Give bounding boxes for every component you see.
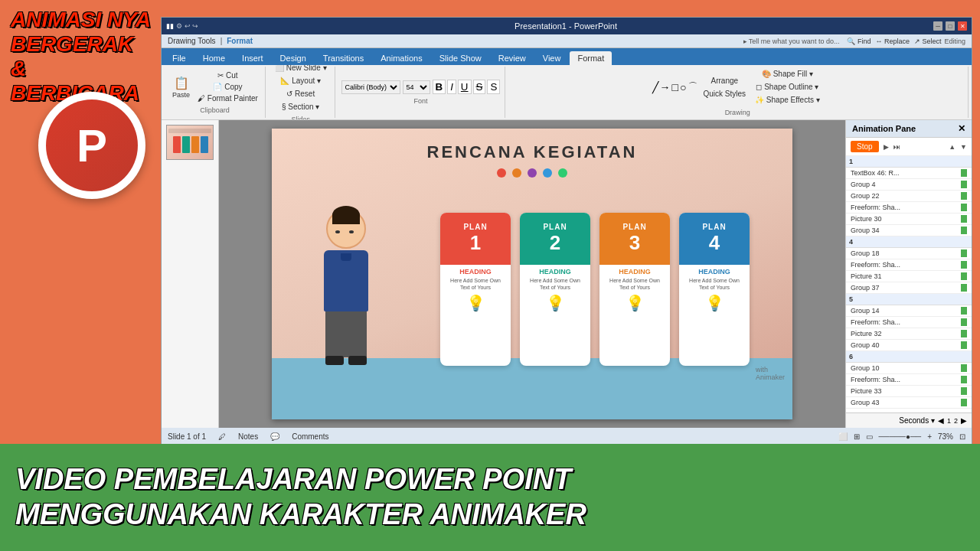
shadow-button[interactable]: S <box>487 80 500 94</box>
new-slide-button[interactable]: ⬜ New Slide ▾ <box>272 65 330 73</box>
anim-time-display: 1 <box>947 417 951 425</box>
italic-button[interactable]: I <box>447 80 456 94</box>
slide-thumbnail[interactable] <box>166 125 214 160</box>
plan-1-bulb: 💡 <box>445 294 506 312</box>
plan-4-label: PLAN <box>702 223 726 231</box>
anim-down-icon[interactable]: ▼ <box>960 143 967 151</box>
tab-animations[interactable]: Animations <box>373 51 430 65</box>
arrow-tool[interactable]: → <box>660 81 671 93</box>
anim-item-picture33[interactable]: Picture 33 <box>846 386 972 397</box>
cut-button[interactable]: ✂ Cut <box>195 70 260 80</box>
anim-item-group37[interactable]: Group 37 <box>846 282 972 294</box>
strikethrough-button[interactable]: S <box>473 80 486 94</box>
anim-item-group22[interactable]: Group 22 <box>846 191 972 202</box>
view-normal-icon[interactable]: ⬜ <box>838 432 848 441</box>
tab-transitions[interactable]: Transitions <box>315 51 371 65</box>
zoom-slider[interactable]: ─────●── <box>879 432 922 441</box>
rect-tool[interactable]: □ <box>672 81 678 93</box>
animation-pane-toolbar: Stop ▶ ⏭ ▲ ▼ <box>846 138 972 156</box>
anim-item-freeform-sha1[interactable]: Freeform: Sha... <box>846 202 972 214</box>
plan-3-label: PLAN <box>622 223 646 231</box>
close-button[interactable]: ✕ <box>958 21 967 31</box>
plan-3-body: HEADING Here Add Some Own Text of Yours … <box>599 265 670 366</box>
font-family-select[interactable]: Calibri (Body) <box>341 80 400 94</box>
anim-item-group40[interactable]: Group 40 <box>846 340 972 351</box>
animation-pane-footer: Seconds ▾ ◀ 1 2 ▶ <box>846 412 972 428</box>
tab-design[interactable]: Design <box>273 51 314 65</box>
shape-outline-button[interactable]: ◻ Shape Outline ▾ <box>752 81 823 93</box>
plan-2-header: PLAN 2 <box>520 213 590 265</box>
minimize-button[interactable]: ─ <box>933 21 942 31</box>
tab-home[interactable]: Home <box>195 51 233 65</box>
anim-prev-btn[interactable]: ◀ <box>938 416 944 425</box>
anim-item-picture32[interactable]: Picture 32 <box>846 328 972 340</box>
anim-item-freeform-sha3[interactable]: Freeform: Sha... <box>846 317 972 328</box>
underline-button[interactable]: U <box>458 80 472 94</box>
anim-item-textbox46[interactable]: TextBox 46: R... <box>846 168 972 179</box>
window-controls[interactable]: ─ □ ✕ <box>933 21 967 31</box>
plan-2-text: Here Add Some Own Text of Yours <box>524 277 586 291</box>
anim-next-icon[interactable]: ⏭ <box>893 143 900 151</box>
plan-2-label: PLAN <box>543 223 567 231</box>
drawing-label: Drawing <box>725 109 750 116</box>
ribbon-tabs[interactable]: File Home Insert Design Transitions Anim… <box>162 48 972 65</box>
stop-button[interactable]: Stop <box>851 141 879 152</box>
anim-item-group43[interactable]: Group 43 <box>846 397 972 409</box>
oval-tool[interactable]: ○ <box>680 81 686 93</box>
tab-format[interactable]: Format <box>570 51 612 65</box>
copy-button[interactable]: 📄 Copy <box>195 82 260 92</box>
reset-button[interactable]: ↺ Reset <box>272 88 330 99</box>
zoom-in-button[interactable]: + <box>927 432 932 441</box>
tab-file[interactable]: File <box>165 51 194 65</box>
tab-view[interactable]: View <box>535 51 569 65</box>
anim-item-freeform-sha4[interactable]: Freeform: Sha... <box>846 374 972 386</box>
shape-fill-button[interactable]: 🎨 Shape Fill ▾ <box>752 68 823 80</box>
bold-button[interactable]: B <box>433 80 446 94</box>
anim-item-group18[interactable]: Group 18 <box>846 248 972 259</box>
anim-group-1-header: 1 <box>846 156 972 168</box>
close-anim-pane-button[interactable]: ✕ <box>958 123 965 134</box>
font-size-select[interactable]: 54 <box>403 80 430 94</box>
tab-slideshow[interactable]: Slide Show <box>432 51 489 65</box>
anim-next-btn[interactable]: ▶ <box>961 416 967 425</box>
shape-effects-button[interactable]: ✨ Shape Effects ▾ <box>752 94 823 106</box>
arrange-button[interactable]: Arrange <box>701 75 750 86</box>
clipboard-label: Clipboard <box>200 106 230 114</box>
curve-tool[interactable]: ⌒ <box>688 80 697 93</box>
anim-item-group14[interactable]: Group 14 <box>846 305 972 317</box>
main-area: 1 <box>162 120 972 428</box>
animation-items: 1 TextBox 46: R... Group 4 Group 22 <box>846 156 972 412</box>
maximize-button[interactable]: □ <box>946 21 955 31</box>
ppt-logo: P <box>38 92 145 199</box>
anim-item-group10[interactable]: Group 10 <box>846 363 972 374</box>
paste-button[interactable]: 📋 Paste <box>169 74 193 100</box>
view-presenter-icon[interactable]: ▭ <box>866 432 873 441</box>
anim-item-group34[interactable]: Group 34 <box>846 225 972 236</box>
tab-insert[interactable]: Insert <box>234 51 271 65</box>
fit-window-button[interactable]: ⊡ <box>959 432 965 441</box>
anim-item-group4[interactable]: Group 4 <box>846 179 972 191</box>
plan-card-2: PLAN 2 HEADING Here Add Some Own Text of… <box>520 213 590 366</box>
anim-play-icon[interactable]: ▶ <box>884 143 889 151</box>
anim-item-picture31[interactable]: Picture 31 <box>846 271 972 282</box>
ribbon: 📋 Paste ✂ Cut 📄 Copy 🖌 Format Painter Cl… <box>162 65 972 120</box>
section-button[interactable]: § Section ▾ <box>272 101 330 112</box>
layout-button[interactable]: 📐 Layout ▾ <box>272 75 330 86</box>
anim-group-4: 4 Group 18 <box>846 236 972 259</box>
notes-button[interactable]: Notes <box>238 432 258 441</box>
format-painter-button[interactable]: 🖌 Format Painter <box>195 93 260 103</box>
seconds-label[interactable]: Seconds ▾ <box>899 416 935 425</box>
tab-review[interactable]: Review <box>491 51 534 65</box>
comments-button[interactable]: Comments <box>292 432 328 441</box>
slide-canvas-area[interactable]: RENCANA KEGIATAN <box>219 120 845 428</box>
line-tool[interactable]: ╱ <box>652 81 658 93</box>
anim-up-icon[interactable]: ▲ <box>949 143 956 151</box>
format-label[interactable]: Format <box>227 37 253 45</box>
char-pants <box>325 311 367 357</box>
view-grid-icon[interactable]: ⊞ <box>854 432 860 441</box>
anim-item-freeform-sha2[interactable]: Freeform: Sha... <box>846 259 972 271</box>
char-leg-right <box>348 311 368 357</box>
quick-styles-button[interactable]: Quick Styles <box>701 88 750 99</box>
clipboard-group: 📋 Paste ✂ Cut 📄 Copy 🖌 Format Painter Cl… <box>165 67 266 118</box>
anim-item-picture30[interactable]: Picture 30 <box>846 214 972 225</box>
